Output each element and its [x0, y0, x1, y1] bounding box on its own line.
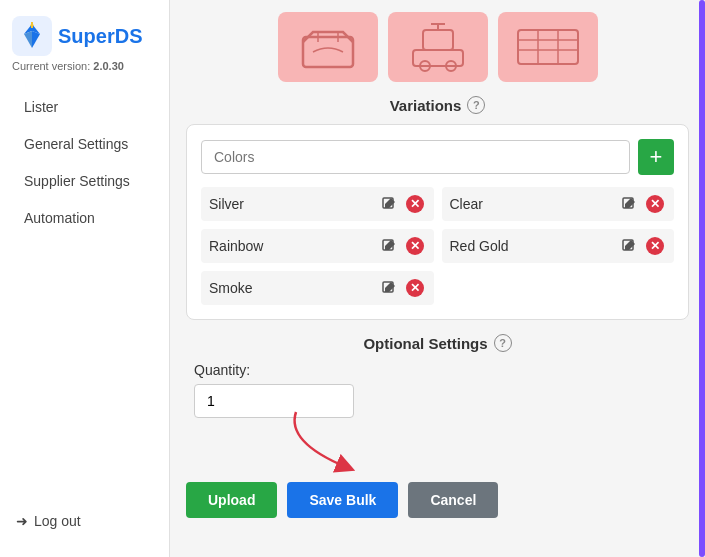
variation-grid: Silver ✕ Clear — [201, 187, 674, 305]
edit-icon — [620, 195, 638, 213]
product-image-3 — [498, 12, 598, 82]
quantity-label: Quantity: — [194, 362, 689, 378]
cancel-button[interactable]: Cancel — [408, 482, 498, 518]
variation-label-silver: Silver — [209, 196, 374, 212]
edit-red-gold-button[interactable] — [618, 235, 640, 257]
arrow-annotation — [186, 432, 689, 482]
product-image-1 — [278, 12, 378, 82]
variation-label-clear: Clear — [450, 196, 615, 212]
logo-text: SuperDS — [58, 25, 142, 48]
optional-settings-title: Optional Settings ? — [186, 334, 689, 352]
delete-icon: ✕ — [646, 237, 664, 255]
variations-help-icon[interactable]: ? — [467, 96, 485, 114]
delete-icon: ✕ — [406, 279, 424, 297]
edit-rainbow-button[interactable] — [378, 235, 400, 257]
main-content: Variations ? + Silver ✕ — [170, 0, 705, 557]
logout-icon: ➜ — [16, 513, 28, 529]
product-image-2 — [388, 12, 488, 82]
logo-text-accent: DS — [115, 25, 143, 47]
sidebar-bottom: ➜ Log out — [0, 501, 169, 541]
delete-red-gold-button[interactable]: ✕ — [644, 235, 666, 257]
sidebar: SuperDS Current version: 2.0.30 Lister G… — [0, 0, 170, 557]
sidebar-item-general-settings[interactable]: General Settings — [8, 126, 161, 162]
delete-rainbow-button[interactable]: ✕ — [404, 235, 426, 257]
edit-icon — [380, 237, 398, 255]
logout-item[interactable]: ➜ Log out — [16, 513, 153, 529]
edit-icon — [620, 237, 638, 255]
delete-icon: ✕ — [646, 195, 664, 213]
svg-rect-8 — [518, 30, 578, 64]
list-item: Smoke ✕ — [201, 271, 434, 305]
svg-rect-2 — [303, 37, 353, 67]
delete-clear-button[interactable]: ✕ — [644, 193, 666, 215]
edit-smoke-button[interactable] — [378, 277, 400, 299]
action-buttons: Upload Save Bulk Cancel — [186, 482, 689, 518]
delete-silver-button[interactable]: ✕ — [404, 193, 426, 215]
delete-smoke-button[interactable]: ✕ — [404, 277, 426, 299]
variations-title: Variations ? — [186, 96, 689, 114]
sidebar-nav: Lister General Settings Supplier Setting… — [0, 88, 169, 237]
optional-settings-help-icon[interactable]: ? — [494, 334, 512, 352]
scrollbar-accent[interactable] — [699, 0, 705, 557]
product-images — [186, 12, 689, 82]
edit-silver-button[interactable] — [378, 193, 400, 215]
upload-button[interactable]: Upload — [186, 482, 277, 518]
edit-icon — [380, 279, 398, 297]
variation-name-input[interactable] — [201, 140, 630, 174]
save-bulk-button[interactable]: Save Bulk — [287, 482, 398, 518]
variation-header: + — [201, 139, 674, 175]
delete-icon: ✕ — [406, 237, 424, 255]
add-variation-button[interactable]: + — [638, 139, 674, 175]
product-icon-2 — [403, 22, 473, 72]
edit-icon — [380, 195, 398, 213]
variation-label-red-gold: Red Gold — [450, 238, 615, 254]
sidebar-item-lister[interactable]: Lister — [8, 89, 161, 125]
list-item: Rainbow ✕ — [201, 229, 434, 263]
product-icon-1 — [298, 22, 358, 72]
product-icon-3 — [513, 22, 583, 72]
logo-text-normal: Super — [58, 25, 115, 47]
logo-icon — [12, 16, 52, 56]
variation-label-rainbow: Rainbow — [209, 238, 374, 254]
delete-icon: ✕ — [406, 195, 424, 213]
list-item: Silver ✕ — [201, 187, 434, 221]
sidebar-item-automation[interactable]: Automation — [8, 200, 161, 236]
svg-rect-3 — [423, 30, 453, 50]
list-item: Red Gold ✕ — [442, 229, 675, 263]
logo-area: SuperDS — [0, 16, 169, 60]
sidebar-item-supplier-settings[interactable]: Supplier Settings — [8, 163, 161, 199]
edit-clear-button[interactable] — [618, 193, 640, 215]
variations-card: + Silver ✕ Cl — [186, 124, 689, 320]
arrow-icon — [266, 402, 446, 482]
list-item: Clear ✕ — [442, 187, 675, 221]
variation-label-smoke: Smoke — [209, 280, 374, 296]
logout-label: Log out — [34, 513, 81, 529]
version-text: Current version: 2.0.30 — [0, 60, 169, 88]
